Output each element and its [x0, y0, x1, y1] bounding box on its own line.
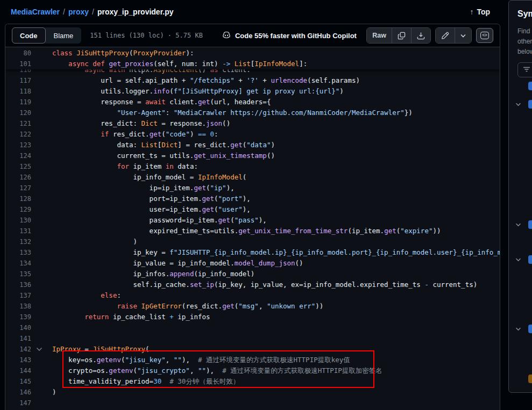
line-number[interactable]: 127: [5, 183, 31, 193]
chevron-slot: [31, 312, 52, 322]
line-number[interactable]: 142: [5, 344, 31, 355]
line-number[interactable]: 146: [5, 387, 31, 398]
line-number[interactable]: 123: [5, 140, 31, 150]
breadcrumb-separator: /: [92, 8, 94, 16]
line-number[interactable]: 125: [5, 161, 31, 172]
breadcrumb-repo-link[interactable]: MediaCrawler: [11, 8, 60, 16]
line-number[interactable]: 144: [5, 365, 31, 376]
top-button-label: Top: [477, 8, 490, 16]
chevron-slot: [31, 48, 52, 59]
breadcrumb-bar: MediaCrawler / proxy / proxy_ip_provider…: [0, 0, 503, 24]
code-line: 140: [5, 322, 500, 333]
code-line: 134 ip_value = ip_info_model.model_dump_…: [5, 258, 500, 269]
raw-button[interactable]: Raw: [367, 28, 392, 43]
chevron-slot: [31, 269, 52, 279]
code-text: "User-Agent": "MediaCrawler https://gith…: [52, 107, 500, 118]
line-number[interactable]: 133: [5, 247, 31, 258]
symbol-item[interactable]: [509, 253, 532, 266]
line-number[interactable]: 137: [5, 290, 31, 301]
symbol-pill: [528, 325, 532, 333]
code-text: [52, 398, 500, 408]
symbol-item[interactable]: [509, 218, 532, 231]
edit-button[interactable]: [436, 28, 455, 43]
copy-button[interactable]: [392, 28, 411, 43]
chevron-slot: [31, 236, 52, 247]
line-number[interactable]: 124: [5, 150, 31, 161]
line-number[interactable]: 140: [5, 322, 31, 333]
line-number[interactable]: 126: [5, 172, 31, 183]
chevron-slot: [31, 322, 52, 333]
line-number[interactable]: 128: [5, 193, 31, 204]
code-line: 118 utils.logger.info(f"[JiSuHttpProxy] …: [5, 86, 500, 97]
chevron-slot: [31, 107, 52, 118]
line-number[interactable]: 117: [5, 75, 31, 86]
chevron-down-icon[interactable]: [515, 258, 522, 262]
sticky-code-line: 80class JiSuHttpProxy(ProxyProvider):: [5, 48, 500, 59]
description-line: other: [517, 37, 532, 47]
tab-code[interactable]: Code: [12, 27, 46, 44]
line-number[interactable]: 139: [5, 312, 31, 322]
chevron-slot: [31, 59, 52, 69]
download-button[interactable]: [411, 28, 430, 43]
line-number[interactable]: 141: [5, 333, 31, 344]
symbol-item[interactable]: [509, 372, 532, 385]
symbol-item[interactable]: [509, 98, 532, 111]
code-blame-switcher: Code Blame: [12, 27, 81, 44]
code-line: 123 data: List[Dict] = res_dict.get("dat…: [5, 140, 500, 150]
symbols-panel-toggle-button[interactable]: <>: [476, 28, 493, 43]
chevron-slot: [31, 193, 52, 204]
line-number[interactable]: 122: [5, 129, 31, 140]
tab-blame[interactable]: Blame: [46, 27, 82, 44]
symbol-item[interactable]: [509, 322, 532, 335]
file-toolbar: Code Blame 151 lines (130 loc) · 5.75 KB…: [5, 24, 500, 47]
collapse-chevron-icon[interactable]: [31, 344, 52, 355]
line-number[interactable]: 136: [5, 279, 31, 290]
code-text: raise IpGetError(res_dict.get("msg", "un…: [52, 301, 500, 312]
symbol-item[interactable]: [509, 80, 532, 92]
breadcrumb-folder-link[interactable]: proxy: [68, 8, 89, 16]
symbol-pill: [528, 220, 532, 229]
code-text: crypto=os.getenv("jisu_crypto", ""), # 通…: [52, 365, 500, 376]
line-number[interactable]: 131: [5, 226, 31, 236]
code-line: 122 if res_dict.get("code") == 0:: [5, 129, 500, 140]
line-number[interactable]: 135: [5, 269, 31, 279]
line-number[interactable]: 138: [5, 301, 31, 312]
line-number[interactable]: 80: [5, 48, 31, 59]
code-text: user=ip_item.get("user"),: [52, 204, 500, 215]
line-number[interactable]: 118: [5, 86, 31, 97]
code-line: 142IpProxy = JiSuHttpProxy(: [5, 344, 500, 355]
chevron-down-icon[interactable]: [515, 327, 522, 331]
code-text: key=os.getenv("jisu_key", ""), # 通过环境变量的…: [52, 355, 500, 365]
line-number[interactable]: 145: [5, 376, 31, 387]
line-number[interactable]: 143: [5, 355, 31, 365]
code-text: ip_value = ip_info_model.model_dump_json…: [52, 258, 500, 269]
edit-dropdown-button[interactable]: [455, 28, 471, 43]
sticky-code-line: 101 async def get_proxies(self, num: int…: [5, 59, 500, 69]
back-to-top-button[interactable]: ↑ Top: [465, 5, 494, 18]
code-line: 121 res_dict: Dict = response.json(): [5, 118, 500, 129]
chevron-down-icon[interactable]: [515, 103, 522, 106]
code-text: ip_infos.append(ip_info_model): [52, 269, 500, 279]
toolbar-actions: Raw: [366, 27, 493, 44]
line-number[interactable]: 119: [5, 97, 31, 107]
line-number[interactable]: 120: [5, 107, 31, 118]
code-text: time_validity_period=30 # 30分钟（最长时效）: [52, 376, 500, 387]
line-number[interactable]: 147: [5, 398, 31, 408]
chevron-slot: [31, 258, 52, 269]
chevron-down-icon[interactable]: [515, 223, 522, 227]
line-number[interactable]: 132: [5, 236, 31, 247]
copy-icon: [398, 32, 406, 40]
chevron-slot: [31, 398, 52, 408]
symbols-filter-input[interactable]: [517, 62, 532, 77]
line-number[interactable]: 121: [5, 118, 31, 129]
line-number[interactable]: 129: [5, 204, 31, 215]
line-number[interactable]: 130: [5, 215, 31, 226]
code-line: 129 user=ip_item.get("user"),: [5, 204, 500, 215]
line-number[interactable]: 101: [5, 59, 31, 69]
chevron-slot: [31, 279, 52, 290]
line-number[interactable]: 134: [5, 258, 31, 269]
line-number[interactable]: 116: [5, 69, 31, 75]
code-lines: 117 url = self.api_path + "/fetchips" + …: [5, 75, 500, 408]
code-line: 131 expired_time_ts=utils.get_unix_time_…: [5, 226, 500, 236]
edit-actions-group: [435, 27, 472, 44]
